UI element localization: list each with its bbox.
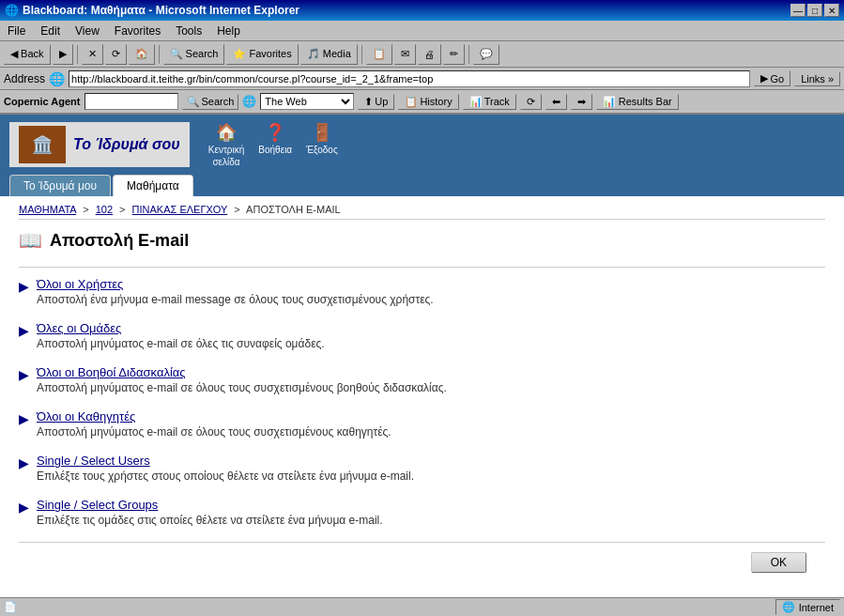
bb-tabs: Το Ίδρυμά μου Μαθήματα bbox=[0, 175, 844, 196]
arrow-icon-4: ▶ bbox=[19, 411, 29, 426]
arrow-icon-1: ▶ bbox=[19, 279, 29, 294]
page-title: Αποστολή E-mail bbox=[50, 231, 189, 251]
nav-help[interactable]: ❓ Βοήθεια bbox=[258, 122, 292, 167]
menu-view[interactable]: View bbox=[71, 23, 103, 39]
web-icon: 🌐 bbox=[242, 95, 256, 108]
history-btn[interactable]: 📋 bbox=[366, 44, 392, 65]
back-btn[interactable]: ◀ Back bbox=[4, 44, 51, 65]
track-icon: 📊 bbox=[469, 96, 483, 108]
title-bar-icon: 🌐 bbox=[5, 4, 19, 17]
print-btn[interactable]: 🖨 bbox=[418, 44, 441, 65]
copernic-label: Copernic Agent bbox=[4, 96, 81, 107]
go-button[interactable]: ▶ Go bbox=[754, 70, 790, 86]
ok-button[interactable]: OK bbox=[751, 552, 806, 573]
nav-home[interactable]: 🏠 Κεντρική σελίδα bbox=[208, 122, 245, 167]
web-select[interactable]: The Web bbox=[260, 93, 354, 110]
bb-logo-text: Το Ίδρυμά σου bbox=[73, 136, 180, 153]
close-btn[interactable]: ✕ bbox=[824, 4, 839, 17]
toolbar: ◀ Back ▶ ✕ ⟳ 🏠 🔍 Search ⭐ Favorites 🎵 Me… bbox=[0, 41, 844, 68]
title-bar: 🌐 Blackboard: Μαθήματα - Microsoft Inter… bbox=[0, 0, 844, 21]
nav-logout[interactable]: 🚪 Έξοδος bbox=[306, 122, 338, 167]
menu-tools[interactable]: Tools bbox=[172, 23, 206, 39]
ok-area: OK bbox=[19, 542, 825, 582]
copernic-history-btn[interactable]: 📋 History bbox=[398, 94, 458, 110]
page-title-icon: 📖 bbox=[19, 229, 42, 252]
all-instructors-link[interactable]: Όλοι οι Καθηγητές bbox=[37, 409, 391, 424]
list-item: ▶ Όλοι οι Βοηθοί Διδασκαλίας Αποστολή μη… bbox=[19, 365, 825, 394]
arrow-icon-6: ▶ bbox=[19, 500, 29, 515]
arrow-icon-3: ▶ bbox=[19, 367, 29, 382]
media-btn[interactable]: 🎵 Media bbox=[300, 44, 358, 65]
up-icon: ⬆ bbox=[364, 96, 373, 108]
logout-icon: 🚪 bbox=[312, 122, 332, 143]
links-button[interactable]: Links » bbox=[794, 71, 840, 86]
internet-icon: 🌐 bbox=[782, 601, 795, 613]
maximize-btn[interactable]: □ bbox=[807, 4, 822, 17]
breadcrumb-pinakaselegxou[interactable]: ΠΙΝΑΚΑΣ ΕΛΕΓΧΟΥ bbox=[132, 204, 228, 215]
track-btn[interactable]: 📊 Track bbox=[463, 94, 516, 110]
copernic-bar: Copernic Agent 🔍 Search 🌐 The Web ⬆ Up 📋… bbox=[0, 90, 844, 115]
status-zone: 🌐 Internet bbox=[775, 599, 840, 615]
all-ta-desc: Αποστολή μηνύματος e-mail σε όλους τους … bbox=[37, 381, 447, 394]
results-bar-btn[interactable]: 📊 Results Bar bbox=[596, 94, 679, 110]
minimize-btn[interactable]: — bbox=[790, 4, 806, 17]
all-groups-desc: Αποστολή μηνύματος e-mail σε όλες τις συ… bbox=[37, 337, 325, 350]
list-item: ▶ Όλοι οι Καθηγητές Αποστολή μηνύματος e… bbox=[19, 409, 825, 439]
copernic-search-btn[interactable]: 🔍 Search bbox=[182, 94, 239, 110]
menu-file[interactable]: File bbox=[4, 23, 29, 39]
home-btn[interactable]: 🏠 bbox=[129, 44, 155, 65]
list-item: ▶ Single / Select Users Επιλέξτε τους χρ… bbox=[19, 454, 825, 483]
refresh-btn[interactable]: ⟳ bbox=[105, 44, 127, 65]
breadcrumb-102[interactable]: 102 bbox=[96, 204, 113, 215]
menu-bar: File Edit View Favorites Tools Help bbox=[0, 21, 844, 41]
home-icon: 🏠 bbox=[216, 122, 237, 143]
menu-help[interactable]: Help bbox=[213, 23, 244, 39]
list-item: ▶ Όλοι οι Χρήστες Αποστολή ένα μήνυμα e-… bbox=[19, 277, 825, 306]
address-input[interactable] bbox=[69, 70, 750, 87]
go-arrow-icon: ▶ bbox=[760, 72, 768, 85]
all-ta-link[interactable]: Όλοι οι Βοηθοί Διδασκαλίας bbox=[37, 365, 447, 379]
search-btn[interactable]: 🔍 Search bbox=[163, 44, 225, 65]
list-item: ▶ Όλες οι Ομάδες Αποστολή μηνύματος e-ma… bbox=[19, 321, 825, 350]
main-content: ΜΑΘΗΜΑΤΑ > 102 > ΠΙΝΑΚΑΣ ΕΛΕΓΧΟΥ > ΑΠΟΣΤ… bbox=[0, 196, 844, 597]
select-users-desc: Επιλέξτε τους χρήστες στους οποίους θέλε… bbox=[37, 470, 414, 483]
select-users-link[interactable]: Single / Select Users bbox=[37, 454, 414, 468]
stop-btn[interactable]: ✕ bbox=[82, 44, 103, 65]
all-groups-link[interactable]: Όλες οι Ομάδες bbox=[37, 321, 325, 335]
back2-btn[interactable]: ⬅ bbox=[545, 94, 567, 110]
tab-idryma[interactable]: Το Ίδρυμά μου bbox=[9, 175, 111, 196]
edit-btn[interactable]: ✏ bbox=[443, 44, 465, 65]
tab-mathimata[interactable]: Μαθήματα bbox=[113, 175, 193, 196]
zone-label: Internet bbox=[799, 602, 834, 613]
refresh2-btn[interactable]: ⟳ bbox=[520, 94, 542, 110]
page-title-area: 📖 Αποστολή E-mail bbox=[19, 220, 825, 268]
address-label: Address bbox=[4, 72, 45, 85]
all-instructors-desc: Αποστολή μηνύματος e-mail σε όλους τους … bbox=[37, 425, 391, 439]
menu-favorites[interactable]: Favorites bbox=[111, 23, 164, 39]
copernic-input[interactable] bbox=[84, 93, 178, 110]
address-bar: Address 🌐 ▶ Go Links » bbox=[0, 68, 844, 90]
up-btn[interactable]: ⬆ Up bbox=[358, 94, 394, 110]
window-title: Blackboard: Μαθήματα - Microsoft Interne… bbox=[23, 4, 299, 17]
arrow-icon-2: ▶ bbox=[19, 323, 29, 338]
mail-btn[interactable]: ✉ bbox=[394, 44, 416, 65]
favorites-btn[interactable]: ⭐ Favorites bbox=[226, 44, 298, 65]
list-item: ▶ Single / Select Groups Επιλέξτε τις ομ… bbox=[19, 498, 825, 527]
breadcrumb-current: ΑΠΟΣΤΟΛΗ E-MAIL bbox=[246, 204, 341, 215]
select-groups-link[interactable]: Single / Select Groups bbox=[37, 498, 383, 512]
breadcrumb: ΜΑΘΗΜΑΤΑ > 102 > ΠΙΝΑΚΑΣ ΕΛΕΓΧΟΥ > ΑΠΟΣΤ… bbox=[19, 196, 825, 220]
all-users-link[interactable]: Όλοι οι Χρήστες bbox=[37, 277, 434, 291]
bb-header: 🏛️ Το Ίδρυμά σου 🏠 Κεντρική σελίδα ❓ Βοή… bbox=[0, 115, 844, 175]
history-icon: 📋 bbox=[405, 96, 418, 108]
arrow-icon-5: ▶ bbox=[19, 455, 29, 470]
status-bar: 📄 🌐 Internet bbox=[0, 597, 844, 616]
help-icon: ❓ bbox=[265, 122, 285, 143]
discuss-btn[interactable]: 💬 bbox=[473, 44, 499, 65]
forward-btn[interactable]: ▶ bbox=[53, 44, 73, 65]
menu-edit[interactable]: Edit bbox=[37, 23, 64, 39]
email-options-list: ▶ Όλοι οι Χρήστες Αποστολή ένα μήνυμα e-… bbox=[19, 277, 825, 527]
search-icon: 🔍 bbox=[187, 96, 200, 108]
breadcrumb-mathimata[interactable]: ΜΑΘΗΜΑΤΑ bbox=[19, 204, 76, 215]
all-users-desc: Αποστολή ένα μήνυμα e-mail message σε όλ… bbox=[37, 293, 434, 306]
fwd2-btn[interactable]: ➡ bbox=[571, 94, 592, 110]
